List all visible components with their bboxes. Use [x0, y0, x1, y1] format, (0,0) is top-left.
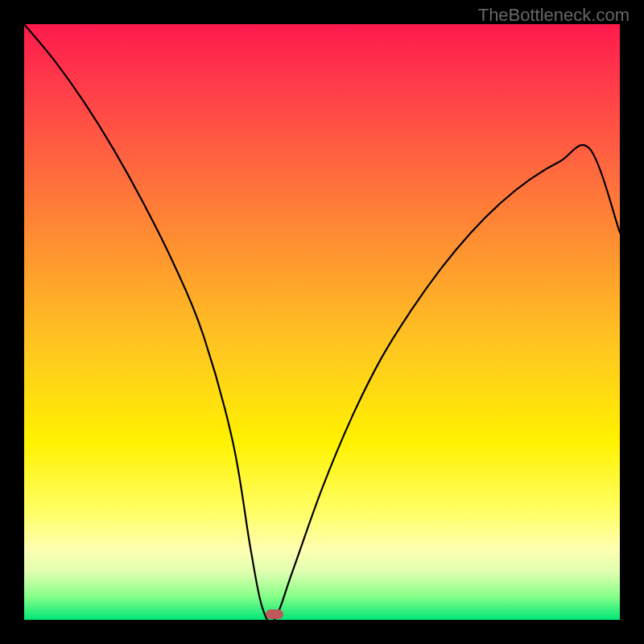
- optimal-marker: [266, 609, 283, 619]
- plot-area: [24, 24, 620, 620]
- bottleneck-curve: [24, 24, 620, 620]
- watermark-text: TheBottleneck.com: [478, 5, 630, 26]
